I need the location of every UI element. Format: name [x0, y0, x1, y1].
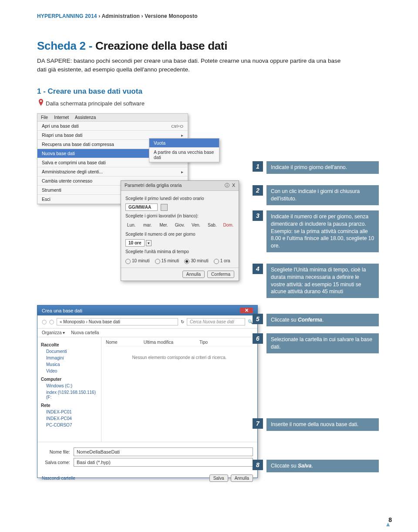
close-icon[interactable]: X — [232, 183, 235, 188]
path-field[interactable]: « Monoposto › Nuova base dati — [57, 318, 178, 325]
breadcrumb-suffix: › Versione Monoposto — [141, 13, 197, 19]
menu-internet[interactable]: Internet — [54, 115, 69, 120]
breadcrumb-prefix: HYPERPLANNING 2014 — [37, 13, 98, 19]
col-modified[interactable]: Ultima modifica — [144, 340, 173, 345]
day-sab[interactable]: Sab. — [206, 223, 218, 227]
newfolder-button[interactable]: Nuova cartella — [71, 330, 99, 335]
dialog-p2: Scegliete i giorni lavorativi (in bianco… — [125, 213, 234, 218]
pin-icon — [38, 99, 44, 106]
file-toolbar: Organizza ▾ Nuova cartella — [37, 329, 257, 337]
confirm-button[interactable]: Conferma — [207, 271, 234, 278]
dialog-p4: Scegliete l'unità minima di tempo — [125, 249, 234, 254]
help-icon[interactable]: ⓘ — [225, 183, 229, 188]
breadcrumb-mid: › Administration — [98, 13, 141, 19]
dialog-p1: Scegliete il primo lunedì del vostro ora… — [125, 196, 234, 201]
submenu-from-old[interactable]: A partire da una vecchia base dati — [149, 148, 219, 162]
organize-button[interactable]: Organizza ▾ — [42, 330, 65, 335]
date-input[interactable]: GG/MM/AA — [125, 203, 158, 211]
menu-user-admin[interactable]: Amministrazione degli utenti...▸ — [37, 167, 188, 176]
dropdown-icon[interactable]: ▾ — [146, 240, 152, 246]
side-drive-c[interactable]: Windows (C:) — [41, 383, 98, 389]
cancel-button[interactable]: Annulla — [182, 271, 205, 278]
save-button[interactable]: Salva — [209, 474, 228, 482]
manual-page: HYPERPLANNING 2014 › Administration › Ve… — [0, 0, 418, 532]
dialog-titlebar: Parametri della griglia oraria ⓘX — [121, 181, 239, 191]
empty-message: Nessun elemento corrisponde ai criteri d… — [106, 355, 253, 360]
back-icon[interactable]: ◯ — [42, 319, 47, 324]
radio-15[interactable]: 15 minuti — [155, 258, 179, 264]
file-sidebar: Raccolte Documenti Immagini Musica Video… — [37, 337, 101, 442]
submenu-empty[interactable]: Vuota — [149, 139, 219, 148]
section-heading: 1 - Creare una base dati vuota — [37, 87, 142, 96]
side-computer[interactable]: Computer — [41, 377, 98, 382]
menu-bar: File Internet Assistenza — [37, 114, 188, 122]
col-type[interactable]: Tipo — [199, 340, 208, 345]
hours-select[interactable]: 10 ore — [125, 239, 145, 247]
callout-7: 7Inserite il nome della nuova base dati. — [253, 418, 379, 431]
side-drive-net[interactable]: index (\\192.168.150.116) (F: — [41, 389, 98, 400]
day-dom[interactable]: Dom. — [222, 223, 234, 227]
side-video[interactable]: Video — [41, 368, 98, 374]
day-mer[interactable]: Mer. — [158, 223, 169, 227]
params-dialog: Parametri della griglia oraria ⓘX Scegli… — [121, 180, 239, 281]
callout-5: 5Cliccate su Conferma. — [253, 314, 379, 326]
breadcrumb: HYPERPLANNING 2014 › Administration › Ve… — [37, 13, 381, 19]
save-titlebar: Crea una base dati ✕ — [37, 305, 257, 315]
side-network[interactable]: Rete — [41, 403, 98, 408]
submenu: Vuota A partire da una vecchia base dati — [149, 138, 219, 163]
page-arrow-icon: ▲ — [385, 521, 391, 528]
subline: Dalla schermata principale del software — [46, 100, 145, 107]
days-row: Lun. mar. Mer. Giov. Ven. Sab. Dom. — [125, 221, 234, 229]
fwd-icon[interactable]: ◯ — [49, 319, 54, 324]
file-list: Nome Ultima modifica Tipo Nessun element… — [101, 337, 257, 442]
radio-row: 10 minuti 15 minuti 30 minuti 1 ora — [125, 257, 234, 265]
search-field[interactable]: Cerca Nuova base dati — [187, 318, 245, 325]
intro-text: DA SAPERE: bastano pochi secondi per cre… — [37, 57, 351, 75]
day-mar[interactable]: mar. — [142, 223, 153, 227]
close-icon[interactable]: ✕ — [240, 308, 253, 313]
side-documents[interactable]: Documenti — [41, 348, 98, 355]
type-select[interactable]: Basi dati (*.hyp) — [74, 458, 253, 467]
cancel-button[interactable]: Annulla — [231, 474, 253, 482]
menu-file[interactable]: File — [41, 115, 48, 120]
menu-open[interactable]: Apri una base datiCtrl+O — [37, 122, 188, 131]
day-ven[interactable]: Ven. — [190, 223, 202, 227]
side-pc1[interactable]: INDEX-PC01 — [41, 409, 98, 415]
callout-4: 4Scegliete l'Unità minima di tempo, cioè… — [253, 264, 379, 298]
side-favorites[interactable]: Raccolte — [41, 342, 98, 347]
callout-1: 1Indicate il primo giorno dell'anno. — [253, 161, 379, 174]
save-dialog: Crea una base dati ✕ ◯ ◯ « Monoposto › N… — [37, 305, 258, 478]
radio-10[interactable]: 10 minuti — [125, 258, 150, 264]
radio-30[interactable]: 30 minuti — [184, 258, 209, 264]
day-lun[interactable]: Lun. — [125, 223, 137, 227]
radio-1h[interactable]: 1 ora — [214, 258, 230, 264]
side-music[interactable]: Musica — [41, 361, 98, 368]
day-gio[interactable]: Giov. — [174, 223, 185, 227]
filename-input[interactable]: NomeDellaBaseDati — [74, 447, 253, 456]
refresh-icon[interactable]: ↻ — [181, 319, 184, 324]
address-bar: ◯ ◯ « Monoposto › Nuova base dati ↻ Cerc… — [37, 315, 257, 329]
callout-8: 8Cliccate su Salva. — [253, 460, 379, 472]
side-images[interactable]: Immagini — [41, 355, 98, 361]
type-label: Salva come: — [42, 460, 70, 465]
callout-2: 2Con un clic indicate i giorni di chiusu… — [253, 185, 379, 205]
hide-folders[interactable]: Nascondi cartelle — [42, 476, 75, 481]
callout-3: 3Indicate il numero di ore per giorno, s… — [253, 210, 379, 252]
page-title: Scheda 2 - Creazione della base dati — [37, 39, 227, 53]
col-name[interactable]: Nome — [106, 340, 118, 345]
dialog-p3: Scegliete il numero di ore per giorno — [125, 232, 234, 237]
svg-point-0 — [40, 100, 42, 102]
callout-6: 6Selezionate la cartella in cui salvare … — [253, 333, 379, 353]
menu-help[interactable]: Assistenza — [75, 115, 96, 120]
filename-label: Nome file: — [42, 449, 70, 454]
side-pc-corso[interactable]: PC-CORSO7 — [41, 422, 98, 428]
side-pc4[interactable]: INDEX-PC04 — [41, 415, 98, 422]
calendar-icon[interactable] — [161, 204, 168, 211]
